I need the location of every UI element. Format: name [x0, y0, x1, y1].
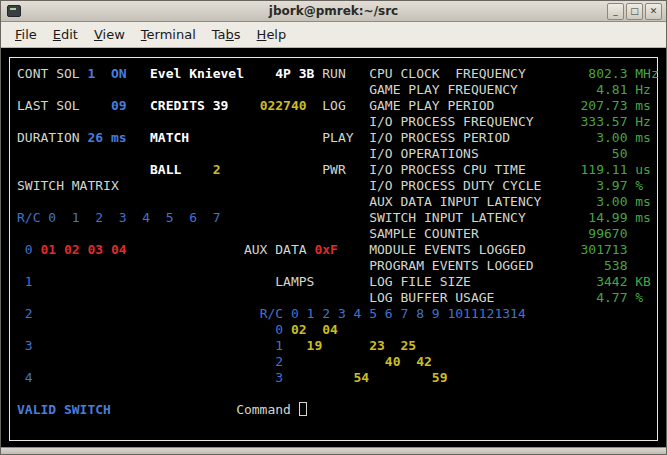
stat-value: 99670: [588, 226, 627, 242]
credits-label: CREDITS: [150, 98, 205, 114]
terminal-screen[interactable]: CONT SOL 1 ON Evel Knievel 4P 3B RUN LAS…: [1, 48, 666, 447]
stat-label: MODULE EVENTS LOGGED: [369, 242, 526, 258]
lamp-row-label: 0: [275, 322, 283, 338]
active-switch: 01: [40, 242, 56, 258]
menu-file[interactable]: File: [7, 23, 45, 46]
menu-view[interactable]: View: [86, 23, 133, 46]
duration-label: DURATION: [17, 130, 80, 146]
stat-value: 3.00: [596, 194, 627, 210]
terminal-window: jbork@pmrek:~/src _ □ ✕ File Edit View T…: [0, 0, 667, 455]
stat-value: 538: [604, 258, 627, 274]
maximize-button[interactable]: □: [626, 3, 643, 20]
lamp-on: 54: [354, 370, 370, 386]
stat-unit: %: [635, 178, 643, 194]
stat-value: 3.00: [596, 130, 627, 146]
terminal-app-icon: [7, 5, 21, 17]
active-switch: 04: [111, 242, 127, 258]
command-prompt-label: Command: [236, 402, 291, 418]
active-switch: 02: [64, 242, 80, 258]
stat-label: SWITCH INPUT LATENCY: [369, 210, 526, 226]
last-sol-value: 09: [111, 98, 127, 114]
stat-value: 802.3: [588, 66, 627, 82]
minimize-button[interactable]: _: [607, 3, 624, 20]
switch-row-label: 3: [25, 338, 33, 354]
lamps-title: LAMPS: [275, 274, 314, 290]
switch-matrix-title: SWITCH MATRIX: [17, 178, 119, 194]
stat-label: AUX DATA INPUT LATENCY: [369, 194, 541, 210]
switch-matrix-header: R/C 0 1 2 3 4 5 6 7: [17, 210, 221, 226]
switch-row-label: 2: [25, 306, 33, 322]
stat-value: 207.73: [581, 98, 628, 114]
stat-value: 4.77: [596, 290, 627, 306]
lamp-on: 40: [385, 354, 401, 370]
titlebar[interactable]: jbork@pmrek:~/src _ □ ✕: [1, 1, 666, 22]
window-title: jbork@pmrek:~/src: [1, 1, 666, 22]
switch-row-label: 4: [25, 370, 33, 386]
cont-sol-label: CONT SOL: [17, 66, 80, 82]
log-indicator: LOG: [322, 98, 345, 114]
stat-label: GAME PLAY FREQUENCY: [369, 82, 518, 98]
stat-label: I/O PROCESS FREQUENCY: [369, 114, 533, 130]
window-resize-edge[interactable]: [1, 447, 666, 454]
stat-value: 119.11: [581, 162, 628, 178]
stat-label: GAME PLAY PERIOD: [369, 98, 494, 114]
stat-unit: Hz: [635, 114, 651, 130]
players-balls: 4P 3B: [275, 66, 314, 82]
stat-unit: Hz: [635, 82, 651, 98]
stat-label: SAMPLE COUNTER: [369, 226, 479, 242]
stat-label: I/O PROCESS CPU TIME: [369, 162, 526, 178]
play-indicator: PLAY: [322, 130, 353, 146]
menu-help[interactable]: Help: [249, 23, 295, 46]
menubar: File Edit View Terminal Tabs Help: [1, 22, 666, 48]
stat-label: I/O PROCESS PERIOD: [369, 130, 510, 146]
stat-unit: ms: [635, 130, 651, 146]
stat-value: 3.97: [596, 178, 627, 194]
valid-switch-label: VALID SWITCH: [17, 402, 111, 418]
match-label: MATCH: [150, 130, 189, 146]
lamp-on: 59: [432, 370, 448, 386]
lamp-on: 02: [291, 322, 307, 338]
ball-value: 2: [213, 162, 221, 178]
duration-value: 26: [87, 130, 103, 146]
lamp-matrix-header: R/C 0 1 2 3 4 5 6 7 8 9 1011121314: [260, 306, 526, 322]
switch-row-label: 1: [25, 274, 33, 290]
stat-unit: %: [635, 290, 643, 306]
close-button[interactable]: ✕: [645, 3, 662, 20]
game-title: Evel Knievel: [150, 66, 244, 82]
terminal-cursor: [299, 402, 307, 416]
switch-row-label: 0: [25, 242, 33, 258]
stat-label: I/O PROCESS DUTY CYCLE: [369, 178, 541, 194]
aux-data-label: AUX DATA: [244, 242, 307, 258]
lamp-row-label: 3: [275, 370, 283, 386]
stat-value: 3442: [596, 274, 627, 290]
duration-unit: ms: [111, 130, 127, 146]
active-switch: 03: [87, 242, 103, 258]
stat-unit: ms: [635, 98, 651, 114]
menu-edit[interactable]: Edit: [45, 23, 86, 46]
cont-sol-state: ON: [111, 66, 127, 82]
cont-sol-number: 1: [87, 66, 95, 82]
ball-label: BALL: [150, 162, 181, 178]
lamp-on: 04: [322, 322, 338, 338]
stat-value: 50: [612, 146, 628, 162]
stat-unit: MHz: [635, 66, 658, 82]
lamp-row-label: 1: [275, 338, 283, 354]
stat-value: 301713: [581, 242, 628, 258]
stat-unit: KB: [635, 274, 651, 290]
close-icon: ✕: [650, 6, 658, 16]
stat-unit: ms: [635, 210, 651, 226]
stat-value: 333.57: [581, 114, 628, 130]
stat-unit: ms: [635, 194, 651, 210]
run-indicator: RUN: [322, 66, 345, 82]
menu-tabs[interactable]: Tabs: [204, 23, 249, 46]
lamp-on: 25: [401, 338, 417, 354]
pwr-indicator: PWR: [322, 162, 345, 178]
lamp-on: 42: [416, 354, 432, 370]
credits-value: 39: [213, 98, 229, 114]
menu-terminal[interactable]: Terminal: [133, 23, 204, 46]
maximize-icon: □: [630, 6, 639, 16]
stat-label: CPU CLOCK FREQUENCY: [369, 66, 526, 82]
lamp-row-label: 2: [275, 354, 283, 370]
lamp-on: 19: [307, 338, 323, 354]
score-display: 022740: [260, 98, 307, 114]
